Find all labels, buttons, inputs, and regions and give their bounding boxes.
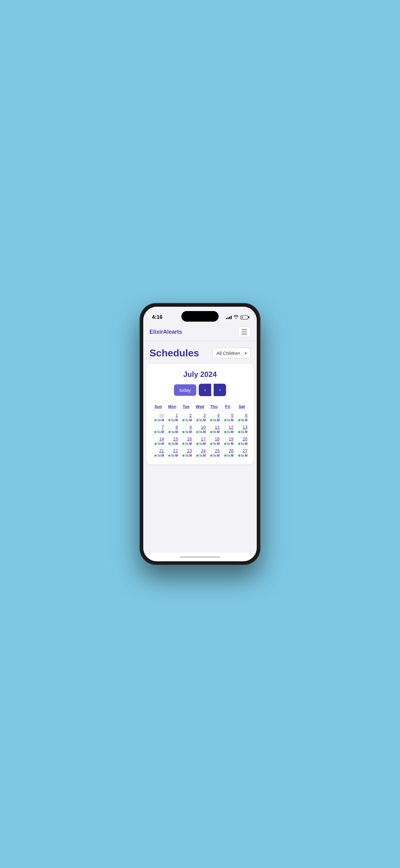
calendar-day-11[interactable]: 119aM (207, 423, 221, 435)
calendar-day-6[interactable]: 69aM (235, 411, 249, 423)
menu-button[interactable] (238, 327, 251, 337)
weekday-fri: Fri (221, 402, 235, 411)
event-time: 9a (171, 418, 174, 422)
dynamic-island (181, 311, 219, 321)
event-label: M (231, 454, 233, 457)
event-label: M (175, 430, 178, 434)
day-number-1: 1 (167, 413, 178, 418)
event-row-15: 9aM (167, 442, 178, 445)
calendar-day-13[interactable]: 139aM (235, 423, 249, 435)
event-dot (168, 443, 171, 445)
calendar-day-20[interactable]: 209aM (235, 435, 249, 446)
calendar-day-30[interactable]: 309aM (151, 411, 165, 423)
calendar-day-17[interactable]: 179aM (193, 435, 207, 446)
event-row-10: 9aM (194, 430, 206, 434)
event-time: 9a (241, 454, 244, 457)
weekday-tue: Tue (179, 402, 193, 411)
hamburger-line-3 (241, 334, 247, 334)
calendar-day-3[interactable]: 39aM (193, 411, 207, 423)
event-dot (224, 443, 226, 445)
day-number-6: 6 (236, 413, 247, 418)
calendar-day-5[interactable]: 59aM (221, 411, 235, 423)
status-time: 4:16 (152, 314, 163, 320)
next-month-button[interactable]: › (214, 384, 226, 396)
battery-icon (240, 315, 248, 319)
home-indicator (180, 556, 220, 558)
wifi-icon (233, 315, 238, 320)
day-number-25: 25 (208, 448, 220, 453)
calendar-day-18[interactable]: 189aM (207, 435, 221, 446)
event-label: M (175, 442, 178, 445)
event-row-17: 9aM (194, 442, 206, 445)
calendar-day-15[interactable]: 159aM (165, 435, 179, 446)
calendar-day-16[interactable]: 169aM (179, 435, 193, 446)
event-time: 9a (227, 418, 230, 422)
day-number-27: 27 (236, 448, 247, 453)
event-time: 9a (213, 418, 216, 422)
event-time: 9a (227, 442, 230, 445)
day-number-5: 5 (222, 413, 233, 418)
event-row-27: 9aM (236, 454, 247, 457)
calendar-day-10[interactable]: 109aM (193, 423, 207, 435)
event-row-21: 9aM (153, 454, 164, 457)
app-content[interactable]: ElixirAlearts Schedules All Children ▼ (143, 323, 257, 553)
calendar-month-title: July 2024 (151, 370, 249, 379)
children-dropdown-wrapper[interactable]: All Children ▼ (212, 348, 251, 359)
event-dot (155, 419, 157, 421)
calendar-day-2[interactable]: 29aM (179, 411, 193, 423)
event-row-13: 9aM (236, 430, 247, 434)
event-dot (224, 455, 226, 457)
prev-month-button[interactable]: ‹ (199, 384, 211, 396)
calendar-day-27[interactable]: 279aM (235, 446, 249, 458)
today-button[interactable]: today (174, 384, 197, 396)
event-label: M (245, 454, 247, 457)
event-dot (196, 419, 198, 421)
event-label: M (175, 454, 178, 457)
day-number-11: 11 (208, 425, 220, 430)
signal-bars-icon (226, 315, 232, 319)
calendar-day-26[interactable]: 269aM (221, 446, 235, 458)
calendar-day-7[interactable]: 79aM (151, 423, 165, 435)
calendar-day-9[interactable]: 99aM (179, 423, 193, 435)
calendar-day-23[interactable]: 239aM (179, 446, 193, 458)
weekday-thu: Thu (207, 402, 221, 411)
calendar-day-4[interactable]: 49aM (207, 411, 221, 423)
day-number-7: 7 (153, 425, 164, 430)
calendar-day-19[interactable]: 199aM (221, 435, 235, 446)
calendar-card: July 2024 today ‹ › Sun Mon Tue Wed (146, 364, 254, 464)
children-dropdown[interactable]: All Children (212, 348, 251, 359)
event-dot (196, 455, 198, 457)
event-dot (210, 419, 212, 421)
event-time: 9a (241, 430, 244, 434)
calendar-day-25[interactable]: 259aM (207, 446, 221, 458)
event-dot (238, 443, 240, 445)
weekday-wed: Wed (193, 402, 207, 411)
calendar-day-24[interactable]: 249aM (193, 446, 207, 458)
day-number-16: 16 (180, 436, 192, 441)
event-dot (168, 431, 171, 433)
day-number-26: 26 (222, 448, 233, 453)
day-number-30: 30 (153, 413, 164, 418)
event-label: M (203, 442, 206, 445)
status-icons (226, 315, 248, 320)
phone-frame: 4:16 (139, 303, 261, 565)
event-dot (210, 443, 212, 445)
calendar-day-1[interactable]: 19aM (165, 411, 179, 423)
calendar-day-14[interactable]: 149aM (151, 435, 165, 446)
calendar-day-21[interactable]: 219aM (151, 446, 165, 458)
calendar-day-22[interactable]: 229aM (165, 446, 179, 458)
event-time: 9a (185, 418, 189, 422)
event-row-24: 9aM (194, 454, 206, 457)
calendar-day-12[interactable]: 129aM (221, 423, 235, 435)
day-number-8: 8 (167, 425, 178, 430)
event-time: 9a (213, 442, 216, 445)
event-label: M (189, 418, 192, 422)
event-time: 9a (157, 430, 161, 434)
calendar-day-8[interactable]: 89aM (165, 423, 179, 435)
event-row-12: 9aM (222, 430, 233, 434)
event-time: 9a (199, 442, 202, 445)
event-time: 9a (199, 454, 202, 457)
calendar-week-row-3: 219aM229aM239aM249aM259aM269aM279aM (151, 446, 249, 458)
event-time: 9a (185, 430, 189, 434)
event-label: M (175, 418, 178, 422)
